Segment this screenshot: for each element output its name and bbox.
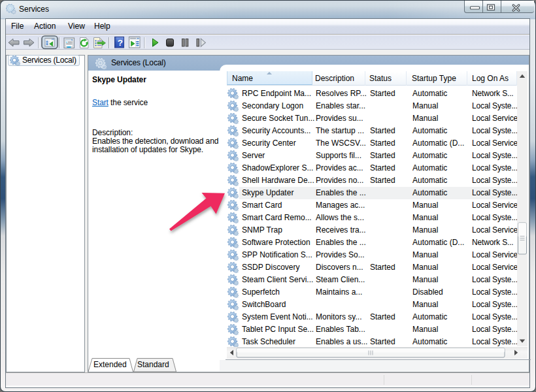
svg-text:?: ? xyxy=(118,38,123,48)
